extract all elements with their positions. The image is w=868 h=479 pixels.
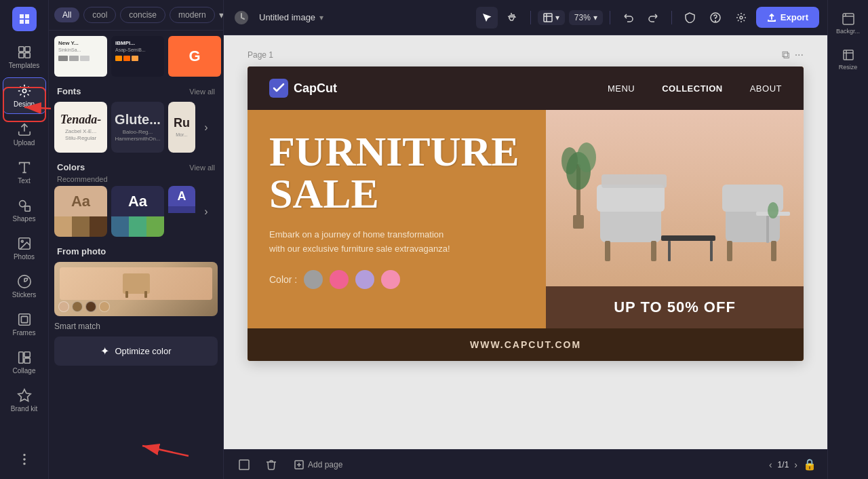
canvas-logo-text: CapCut (294, 81, 337, 96)
color-palette-1[interactable]: Aa (54, 186, 107, 237)
page-icon-duplicate[interactable]: ⧉ (782, 49, 789, 61)
template-thumb-2[interactable]: IBMPl...Asap-SemiB... (111, 36, 164, 77)
background-btn-label: Backgr... (836, 28, 860, 35)
trash-button[interactable] (262, 455, 281, 474)
sidebar-item-templates[interactable]: Templates (3, 39, 46, 75)
canvas-color-label: Color : (269, 274, 297, 285)
svg-rect-31 (605, 241, 610, 261)
add-page-button[interactable]: Add page (289, 457, 348, 472)
fonts-nav-next[interactable]: › (199, 102, 213, 153)
background-panel-btn[interactable]: Backgr... (831, 7, 866, 40)
fonts-section-header: Fonts View all (49, 77, 223, 102)
fonts-row: Tenada- Zacbel X-E...Stilu-Regular Glute… (49, 102, 223, 153)
svg-rect-2 (18, 53, 23, 58)
undo-button[interactable] (617, 7, 639, 28)
template-thumb-1[interactable]: New Y...SinkinSa... (54, 36, 107, 77)
font-sub-2: Baloo-Reg...HammersmithOn... (115, 129, 160, 143)
template-previews-row: New Y...SinkinSa... IBMPl...Asap-SemiB..… (49, 31, 223, 77)
canvas-right-content: UP TO 50% OFF (546, 110, 804, 328)
color-dot-4 (381, 270, 400, 289)
svg-rect-0 (18, 47, 23, 52)
optimize-label: Optimize color (115, 346, 171, 356)
redo-button[interactable] (643, 7, 665, 28)
view-options[interactable]: ▾ (538, 10, 565, 25)
color-palette-2[interactable]: Aa (111, 186, 164, 237)
next-page-button[interactable]: › (794, 459, 797, 470)
settings-button[interactable] (730, 7, 752, 28)
color-dot-1 (304, 270, 323, 289)
filter-tag-modern[interactable]: modern (170, 7, 215, 23)
svg-rect-13 (24, 352, 30, 357)
help-button[interactable] (705, 7, 726, 28)
sidebar-item-shapes[interactable]: Shapes (3, 193, 46, 228)
filter-tag-cool[interactable]: cool (83, 7, 116, 23)
top-bar: Untitled image ▾ ▾ 73% ▾ (224, 0, 827, 35)
template-thumb-3[interactable]: G (168, 36, 221, 77)
canvas-nav-collection: COLLECTION (662, 83, 723, 94)
swatch-4 (99, 301, 110, 312)
swatch-1 (58, 301, 69, 312)
svg-rect-7 (24, 206, 29, 211)
colors-nav-next[interactable]: › (199, 186, 213, 237)
sidebar-item-stickers[interactable]: Stickers (3, 269, 46, 304)
app-logo[interactable] (12, 7, 37, 31)
svg-point-16 (24, 455, 25, 456)
sidebar-item-brand[interactable]: Brand kit (3, 383, 46, 418)
filter-tag-concise[interactable]: concise (120, 7, 165, 23)
zoom-control[interactable]: 73% ▾ (569, 10, 603, 25)
sidebar-item-collage[interactable]: Collage (3, 345, 46, 380)
canvas-header: CapCut MENU COLLECTION ABOUT (248, 66, 804, 110)
sidebar-item-design[interactable]: Design (3, 77, 46, 114)
resize-panel-btn[interactable]: Resize (831, 43, 866, 76)
svg-point-17 (24, 463, 25, 465)
canvas-cta: UP TO 50% OFF (546, 286, 804, 328)
font-thumb-3[interactable]: Ru Mor... (168, 102, 195, 153)
colors-view-all[interactable]: View all (189, 164, 215, 172)
frame-tool-button[interactable] (235, 455, 254, 474)
colors-section-header: Colors View all (49, 153, 223, 175)
canvas-area: Page 1 ⧉ ··· CapCut (224, 35, 827, 449)
more-options-btn[interactable] (3, 446, 46, 472)
from-photo-header: From photo (49, 237, 223, 262)
sidebar-item-text[interactable]: Text (3, 155, 46, 190)
colors-title: Colors (57, 162, 85, 172)
prev-page-button[interactable]: ‹ (769, 459, 772, 470)
zoom-chevron: ▾ (593, 13, 597, 22)
sidebar-item-photos[interactable]: Photos (3, 231, 46, 266)
sidebar-item-upload[interactable]: Upload (3, 117, 46, 152)
font-thumb-1[interactable]: Tenada- Zacbel X-E...Stilu-Regular (54, 102, 107, 153)
hand-tool-button[interactable] (502, 7, 524, 28)
swatch-3 (85, 301, 96, 312)
sidebar-label-text: Text (18, 177, 30, 185)
filter-tag-all[interactable]: All (54, 7, 79, 22)
svg-rect-3 (24, 53, 29, 58)
design-canvas[interactable]: CapCut MENU COLLECTION ABOUT FURNITURESA… (248, 66, 804, 361)
from-photo-thumb[interactable] (54, 262, 218, 316)
canvas-nav-menu: MENU (608, 83, 635, 94)
add-page-label: Add page (308, 460, 342, 470)
font-thumb-2[interactable]: Glute... Baloo-Reg...HammersmithOn... (111, 102, 164, 153)
svg-point-26 (577, 142, 596, 172)
canvas-left-content: FURNITURESALE Embark on a journey of hom… (248, 110, 546, 328)
export-button[interactable]: Export (756, 7, 819, 28)
svg-rect-35 (668, 241, 671, 261)
optimize-color-button[interactable]: ✦ Optimize color (54, 337, 218, 366)
resize-btn-label: Resize (839, 64, 858, 71)
shield-button[interactable] (679, 7, 701, 28)
page-icon-more[interactable]: ··· (795, 49, 804, 61)
sidebar-item-frames[interactable]: Frames (3, 307, 46, 342)
sidebar: Templates Design Upload Text Shapes Phot… (0, 0, 49, 479)
optimize-icon: ✦ (100, 345, 109, 358)
zoom-value: 73% (574, 13, 591, 22)
svg-rect-46 (843, 14, 854, 24)
fonts-view-all[interactable]: View all (189, 88, 215, 96)
color-palette-3[interactable]: A (168, 186, 195, 237)
filter-chevron-icon[interactable]: ▾ (219, 9, 223, 20)
select-tool-button[interactable] (476, 7, 498, 28)
doc-title-area[interactable]: Untitled image ▾ (259, 12, 323, 22)
svg-rect-12 (18, 352, 22, 364)
svg-point-21 (740, 16, 743, 19)
color-dot-3 (355, 270, 374, 289)
svg-rect-34 (661, 235, 715, 241)
lock-icon[interactable]: 🔒 (803, 458, 816, 471)
